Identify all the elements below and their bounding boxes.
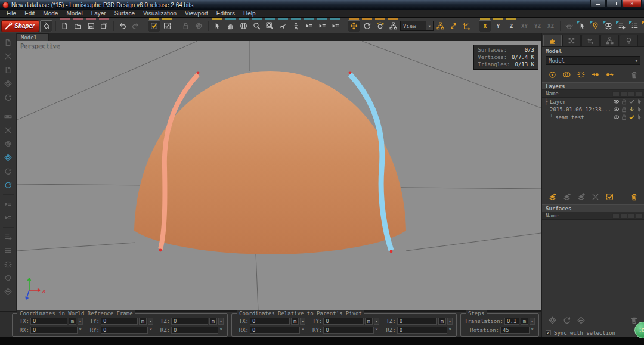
cut-tool[interactable]	[2, 51, 14, 62]
add-point-tool[interactable]	[2, 231, 14, 243]
tab-lighting[interactable]	[620, 35, 638, 46]
layer-name[interactable]: 2015.01.06 12:38...	[550, 107, 612, 113]
zoom-region-button[interactable]	[264, 20, 276, 32]
value-input[interactable]: 0	[397, 318, 437, 325]
sync-with-selection[interactable]: ✓ Sync with selection	[542, 328, 644, 337]
list-button[interactable]	[628, 20, 641, 32]
visibility-eye-icon[interactable]	[612, 114, 620, 121]
select-tool-button[interactable]	[211, 20, 224, 32]
camera-a-tool[interactable]	[2, 198, 14, 210]
tab-model[interactable]	[543, 35, 562, 46]
pivot-tree-button[interactable]	[387, 20, 400, 32]
export-model-button[interactable]	[604, 69, 615, 80]
expand-v-tool[interactable]	[2, 286, 14, 297]
unit-dropdown[interactable]: ▼	[300, 318, 305, 325]
menu-edit[interactable]: Edit	[20, 10, 39, 18]
parent-tz-field[interactable]: TZ:0m▼	[383, 317, 453, 325]
tab-hierarchy[interactable]	[600, 35, 619, 46]
value-input[interactable]: 0	[101, 318, 138, 325]
surfaces-name-header[interactable]: Name	[542, 212, 644, 220]
world-tz-field[interactable]: TZ:0m▼	[157, 317, 224, 325]
pick-surface-button[interactable]	[576, 20, 589, 32]
duplicate-view-button[interactable]	[561, 69, 572, 80]
new-file-button[interactable]	[58, 20, 71, 32]
close-button[interactable]: ×	[623, 0, 642, 8]
value-input[interactable]: 0	[397, 327, 447, 334]
gizmo-tool[interactable]	[2, 78, 14, 89]
axis-z-button[interactable]: Z	[505, 20, 518, 32]
value-input[interactable]: 0	[171, 318, 208, 325]
axis-xz-button[interactable]: XZ	[544, 20, 557, 32]
camera-path-button[interactable]	[303, 20, 315, 32]
save-button[interactable]	[85, 20, 97, 32]
select-cursor-icon[interactable]	[636, 114, 643, 121]
snap-vertex-tool[interactable]	[2, 37, 14, 48]
menu-layer[interactable]: Layer	[87, 10, 110, 18]
rotate-button[interactable]	[361, 20, 373, 32]
paint-model-button[interactable]	[575, 69, 586, 80]
material-picker-button[interactable]	[40, 20, 52, 32]
unit-dropdown[interactable]: ▼	[78, 318, 83, 325]
layer-visibility-button[interactable]	[602, 20, 615, 32]
camera-target-button[interactable]	[316, 20, 329, 32]
tab-transform[interactable]	[581, 35, 600, 46]
render-button[interactable]	[563, 20, 575, 32]
value-input[interactable]: 45	[500, 327, 530, 334]
viewport-3d[interactable]: x Perspective Surfaces:0/3 Vertices:0/7.…	[17, 41, 541, 311]
layer-row[interactable]: -2015.01.06 12:38...	[542, 105, 644, 113]
value-input[interactable]: 0	[250, 327, 300, 334]
axes-move-button[interactable]	[460, 20, 473, 32]
check-icon[interactable]	[628, 98, 635, 105]
tab-materials[interactable]	[562, 35, 581, 46]
minimize-button[interactable]	[590, 0, 606, 8]
axis-xy-button[interactable]: XY	[518, 20, 531, 32]
scale-button[interactable]	[447, 20, 460, 32]
delete-tool[interactable]	[2, 125, 14, 136]
steps-translation-field[interactable]: Translation:0.1m▼	[465, 317, 535, 325]
import-model-button[interactable]	[590, 69, 600, 80]
unit-dropdown[interactable]: ▼	[447, 318, 453, 325]
arrow-down-icon[interactable]	[628, 106, 635, 113]
select-cursor-icon[interactable]	[636, 106, 643, 113]
edit-point-tool[interactable]	[2, 259, 14, 270]
save-copy-button[interactable]	[98, 20, 110, 32]
unit-dropdown[interactable]: ▼	[530, 318, 535, 325]
value-input[interactable]: 0	[323, 327, 373, 334]
value-input[interactable]: 0	[101, 327, 148, 334]
translate-button[interactable]	[348, 20, 360, 32]
world-tx-field[interactable]: TX:0m▼	[16, 317, 83, 325]
layer-row[interactable]: └seam_test	[542, 113, 644, 121]
rotate-active-tool[interactable]	[2, 179, 14, 191]
parent-ry-field[interactable]: RY:0°	[309, 326, 379, 334]
menu-mode[interactable]: Mode	[39, 10, 62, 18]
delete-layer-button[interactable]	[628, 191, 639, 202]
layer-tools-button[interactable]	[590, 191, 600, 202]
value-input[interactable]: 0	[250, 318, 290, 325]
unit-dropdown[interactable]: ▼	[374, 318, 379, 325]
camera-b-tool[interactable]	[2, 212, 14, 223]
focus-model-button[interactable]	[547, 69, 558, 80]
steps-rotation-field[interactable]: Rotation:45°	[465, 326, 535, 334]
box-select-button[interactable]	[161, 20, 174, 32]
fly-tool-button[interactable]	[277, 20, 289, 32]
redo-button[interactable]	[129, 20, 142, 32]
zoom-tool-button[interactable]	[250, 20, 263, 32]
menu-visualization[interactable]: Visualization	[139, 10, 181, 18]
rotate-world-button[interactable]	[374, 20, 386, 32]
orbit-tool-button[interactable]	[237, 20, 250, 32]
remove-point-tool[interactable]	[2, 245, 14, 256]
menu-help[interactable]: Help	[239, 10, 260, 18]
layer-name[interactable]: Layer	[550, 99, 612, 105]
list-add-button[interactable]	[615, 20, 628, 32]
layer-name[interactable]: seam_test	[555, 114, 612, 120]
check-icon[interactable]	[628, 114, 635, 121]
axis-x-button[interactable]: X	[479, 20, 491, 32]
menu-model[interactable]: Model	[62, 10, 86, 18]
world-rx-field[interactable]: RX:0°	[16, 326, 83, 334]
gizmo-scale-button[interactable]	[575, 315, 586, 325]
gizmo-move-button[interactable]	[547, 315, 558, 325]
add-sublayer-alt-button[interactable]	[575, 191, 586, 202]
orbit-snap-tool[interactable]	[2, 92, 14, 103]
world-rz-field[interactable]: RZ:0°	[157, 326, 224, 334]
parent-rx-field[interactable]: RX:0°	[236, 326, 305, 334]
